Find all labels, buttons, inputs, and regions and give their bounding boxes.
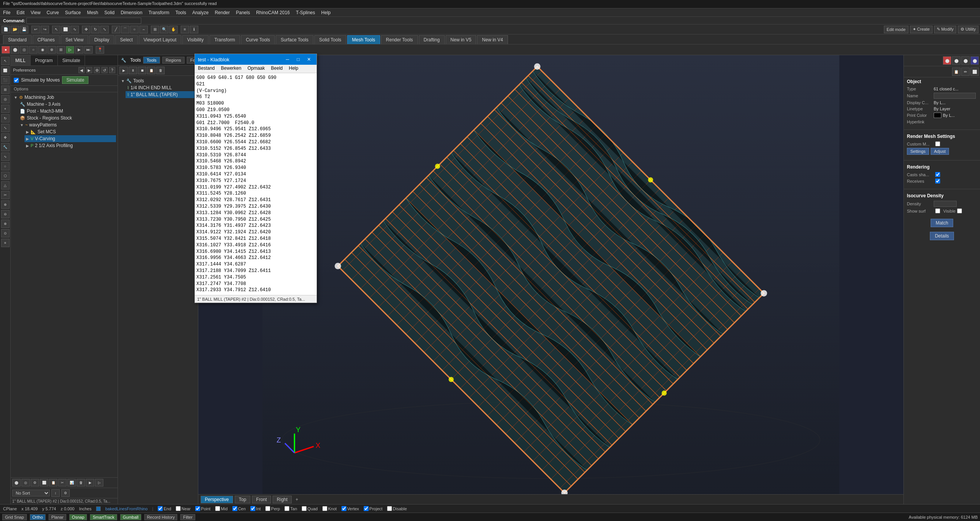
tb-pt7[interactable]: ▷ — [66, 46, 74, 54]
snap-point-label[interactable]: Point — [195, 506, 211, 511]
menu-analyze[interactable]: Analyze — [189, 8, 212, 17]
menu-help[interactable]: Help — [318, 8, 334, 17]
snap-mid-label[interactable]: Mid — [215, 506, 228, 511]
snap-end-label[interactable]: End — [158, 506, 171, 511]
simulate-button[interactable]: Simulate — [62, 76, 88, 84]
sidebar-icon-7[interactable]: ↻ — [1, 114, 10, 123]
cam-refresh[interactable]: ↺ — [101, 67, 108, 73]
tools-tree-ballmill[interactable]: ⌇ 1" BALL MILL (TAPER) — [126, 91, 196, 98]
snap-near-check[interactable] — [176, 506, 181, 511]
notepad-titlebar[interactable]: test - Kladblok ─ □ ✕ — [195, 54, 317, 65]
menu-tools[interactable]: Tools — [172, 8, 189, 17]
sidebar-icon-8[interactable]: ⤡ — [1, 124, 10, 132]
tb-pt10[interactable]: 📍 — [96, 46, 104, 54]
command-input[interactable] — [26, 18, 141, 24]
tb-properties[interactable]: ℹ — [190, 26, 198, 33]
cam-nav-fwd[interactable]: ▶ — [86, 67, 92, 73]
cam-tb-4[interactable]: ⬜ — [40, 479, 48, 487]
tb-zoom-in[interactable]: 🔍 — [160, 26, 168, 33]
tb-pan[interactable]: ✋ — [169, 26, 178, 33]
snap-project-label[interactable]: Project — [364, 506, 382, 511]
tools-tree-root[interactable]: ▼ 🔧 Tools — [119, 77, 196, 84]
np-menu-bestand[interactable]: Bestand — [195, 65, 218, 73]
vp-tab-right[interactable]: Right — [273, 496, 292, 503]
snap-tan-check[interactable] — [284, 506, 289, 511]
snap-near-label[interactable]: Near — [176, 506, 191, 511]
rp-icon-4[interactable]: ⬤ — [970, 56, 979, 65]
menu-mesh[interactable]: Mesh — [84, 8, 101, 17]
rp-custom-m-check[interactable] — [935, 141, 940, 146]
sidebar-icon-15[interactable]: ✂ — [1, 191, 10, 199]
sidebar-icon-12[interactable]: ○ — [1, 162, 10, 170]
rp-details-btn[interactable]: Details — [930, 232, 954, 240]
tb-new[interactable]: 📄 — [2, 26, 10, 33]
tb-circle[interactable]: ○ — [130, 26, 139, 33]
snap-mid-check[interactable] — [215, 506, 220, 511]
tb-rotate[interactable]: ↻ — [91, 26, 100, 33]
snap-vertex-check[interactable] — [341, 506, 346, 511]
tb-polyline[interactable]: ⌒ — [121, 26, 129, 33]
rp-settings-btn[interactable]: Settings — [907, 148, 929, 155]
tb-pt6[interactable]: ⊞ — [57, 46, 65, 54]
tb-pt3[interactable]: ○ — [29, 46, 38, 54]
tab-visibility[interactable]: Visibility — [182, 35, 209, 44]
tb-open[interactable]: 📂 — [11, 26, 19, 33]
tb-move[interactable]: ✥ — [82, 26, 90, 33]
cam-settings[interactable]: ⚙ — [94, 67, 100, 73]
snap-vertex-label[interactable]: Vertex — [341, 506, 359, 511]
tb-undo[interactable]: ↩ — [31, 26, 40, 33]
tb-lasso[interactable]: ∿ — [70, 26, 79, 33]
rp-receives-check[interactable] — [935, 179, 940, 183]
tb-modify[interactable]: ✎ Modify — [934, 26, 956, 33]
sidebar-icon-3[interactable]: ⬛ — [1, 76, 10, 84]
cam-nav-back[interactable]: ◀ — [78, 67, 85, 73]
tab-display[interactable]: Display — [89, 35, 114, 44]
notepad-maximize-btn[interactable]: □ — [294, 56, 303, 63]
sidebar-icon-17[interactable]: ⊖ — [1, 210, 10, 218]
sidebar-icon-13[interactable]: ⬡ — [1, 172, 10, 180]
vp-tab-perspective[interactable]: Perspective — [201, 496, 233, 503]
tb-save[interactable]: 💾 — [20, 26, 28, 33]
notepad-minimize-btn[interactable]: ─ — [283, 56, 292, 63]
cam-tb-5[interactable]: 📋 — [49, 479, 57, 487]
rp-icon-6[interactable]: ✏ — [961, 67, 970, 76]
tb-pt4[interactable]: ◉ — [38, 46, 47, 54]
snap-int-check[interactable] — [250, 506, 255, 511]
cam-tb-9[interactable]: ▶ — [86, 479, 94, 487]
rp-name-input[interactable] — [934, 93, 976, 99]
tree-set-mcs[interactable]: ▶ 📐 Set MCS — [24, 128, 116, 135]
tb-select[interactable]: ↖ — [52, 26, 60, 33]
rp-match-btn[interactable]: Match — [931, 219, 953, 227]
sidebar-icon-1[interactable]: ↖ — [1, 57, 10, 65]
rp-icon-5[interactable]: 📋 — [952, 67, 960, 76]
tab-surface-tools[interactable]: Surface Tools — [276, 35, 314, 44]
menu-render[interactable]: Render — [212, 8, 233, 17]
tree-machining-job[interactable]: ▼ ⚙ Machining Job — [12, 94, 116, 101]
tree-wavy-patterns[interactable]: ▼ ~ wavyPatterns — [18, 121, 116, 128]
rp-adjust-btn[interactable]: Adjust — [931, 148, 949, 155]
status-smart-track[interactable]: SmartTrack — [90, 514, 117, 520]
snap-knot-check[interactable] — [322, 506, 327, 511]
tab-standard[interactable]: Standard — [3, 35, 32, 44]
tab-new-v4[interactable]: New in V4 — [477, 35, 508, 44]
tab-curve-tools[interactable]: Curve Tools — [241, 35, 275, 44]
tree-stock[interactable]: 📦 Stock - Regions Stock — [18, 115, 116, 121]
menu-rhinocam[interactable]: RhinoCAM 2016 — [253, 8, 293, 17]
snap-project-check[interactable] — [364, 506, 369, 511]
tab-new-v5[interactable]: New in V5 — [446, 35, 477, 44]
vp-tab-top[interactable]: Top — [235, 496, 250, 503]
menu-solid[interactable]: Solid — [101, 8, 118, 17]
tab-solid-tools[interactable]: Solid Tools — [314, 35, 346, 44]
sidebar-icon-20[interactable]: ≡ — [1, 239, 10, 247]
cam-tb-2[interactable]: ◎ — [21, 479, 30, 487]
cam-help[interactable]: ? — [109, 67, 115, 73]
cam-tb-3[interactable]: ⚙ — [31, 479, 39, 487]
status-gumball[interactable]: Gumball — [120, 514, 141, 520]
menu-transform[interactable]: Transform — [145, 8, 172, 17]
simulate-by-moves-check[interactable] — [14, 78, 19, 83]
snap-tan-label[interactable]: Tan — [284, 506, 297, 511]
tools-tb-4[interactable]: 📋 — [147, 67, 155, 74]
rp-icon-1[interactable]: ⬤ — [943, 56, 951, 65]
cam-tb-6[interactable]: ✂ — [58, 479, 67, 487]
menu-surface[interactable]: Surface — [62, 8, 84, 17]
